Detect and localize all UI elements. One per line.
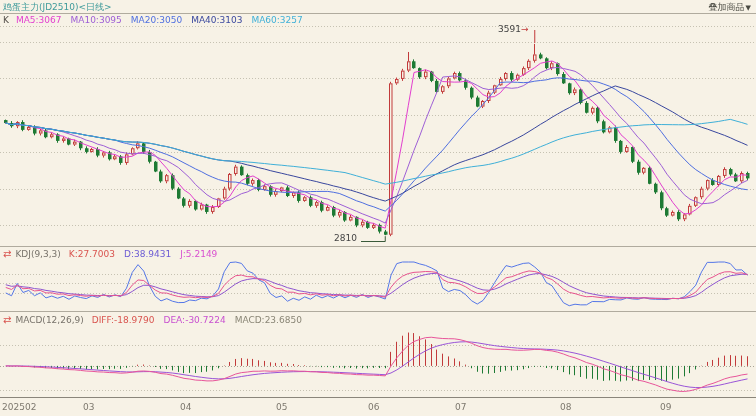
kdj-k-value: K:27.7003: [69, 249, 115, 259]
kdj-d-value: D:38.9431: [124, 249, 171, 259]
ma-header-row: K MA5:3067MA10:3095MA20:3050MA40:3103MA6…: [0, 14, 756, 26]
ma-values: MA5:3067MA10:3095MA20:3050MA40:3103MA60:…: [16, 14, 312, 26]
macd-value: MACD:23.6850: [235, 315, 302, 325]
header-bar: 鸡蛋主力(JD2510)<日线> 叠加商品▼: [0, 1, 756, 13]
overlay-dropdown[interactable]: 叠加商品▼: [709, 1, 751, 14]
x-axis-tick: 06: [368, 402, 379, 412]
chart-canvas[interactable]: [0, 0, 756, 416]
macd-values: DIFF:-18.9790DEA:-30.7224MACD:23.6850: [92, 314, 311, 326]
ma20-value: MA20:3050: [131, 15, 182, 25]
kdj-j-value: J:5.2149: [180, 249, 217, 259]
overlay-dropdown-label: 叠加商品: [709, 2, 745, 12]
ma60-value: MA60:3257: [251, 15, 302, 25]
x-axis-tick: 09: [660, 402, 671, 412]
low-price-annotation: 2810: [334, 234, 357, 243]
kdj-values: K:27.7003D:38.9431J:5.2149: [69, 248, 227, 260]
ma5-value: MA5:3067: [16, 15, 62, 25]
app-root: 鸡蛋主力(JD2510)<日线> 叠加商品▼ K MA5:3067MA10:30…: [0, 0, 756, 416]
indicator-switch-icon[interactable]: ⇄: [3, 314, 11, 326]
high-price-annotation: 3591→: [498, 25, 528, 34]
x-axis-tick: 03: [83, 402, 94, 412]
macd-dea-value: DEA:-30.7224: [164, 315, 226, 325]
kdj-header-row: ⇄ KDJ(9,3,3) K:27.7003D:38.9431J:5.2149: [0, 248, 756, 260]
x-axis-tick: 05: [276, 402, 287, 412]
ma40-value: MA40:3103: [191, 15, 242, 25]
ma10-value: MA10:3095: [71, 15, 122, 25]
kdj-label: KDJ(9,3,3): [15, 248, 60, 260]
x-axis-tick: 08: [560, 402, 571, 412]
k-period-label: K: [3, 14, 9, 26]
arrow-right-icon: →: [521, 24, 529, 34]
x-axis-tick: 202502: [2, 402, 36, 412]
chevron-down-icon: ▼: [746, 4, 751, 12]
indicator-switch-icon[interactable]: ⇄: [3, 248, 11, 260]
instrument-title[interactable]: 鸡蛋主力(JD2510)<日线>: [3, 1, 112, 13]
macd-label: MACD(12,26,9): [15, 314, 83, 326]
macd-header-row: ⇄ MACD(12,26,9) DIFF:-18.9790DEA:-30.722…: [0, 314, 756, 326]
macd-diff-value: DIFF:-18.9790: [92, 315, 155, 325]
x-axis-tick: 04: [180, 402, 191, 412]
x-axis-tick: 07: [455, 402, 466, 412]
